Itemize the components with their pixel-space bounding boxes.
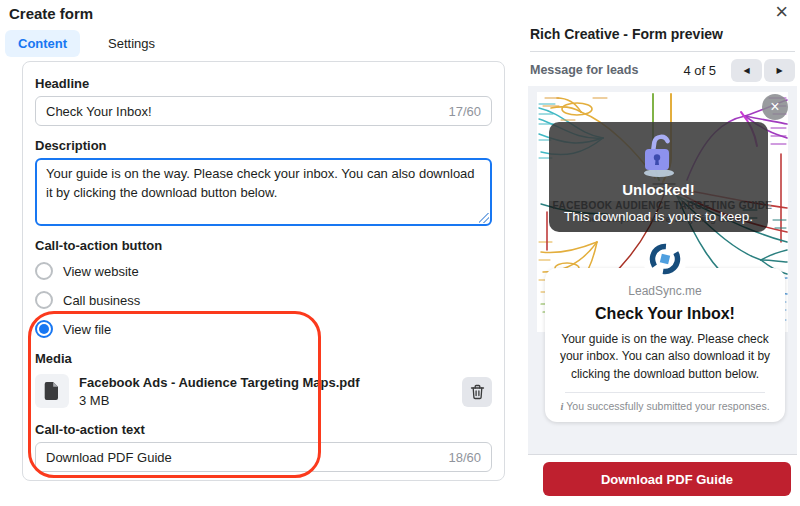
headline-label: Headline [35,76,492,91]
media-file-info: Facebook Ads - Audience Targeting Maps.p… [35,374,360,409]
trash-icon [470,384,485,400]
preview-pager: Message for leads 4 of 5 ◀ ▶ [530,58,795,82]
annotated-section: View file Media Facebook Ads - Audience … [35,319,492,472]
pager-label: Message for leads [530,63,683,77]
preview-footnote: iYou successfully submitted your respons… [545,400,785,412]
radio-view-file[interactable]: View file [35,319,492,339]
radio-call-business[interactable]: Call business [35,290,492,310]
file-name: Facebook Ads - Audience Targeting Maps.p… [79,374,360,392]
pager-position: 4 of 5 [683,63,716,78]
headline-input-wrap: 17/60 [35,96,492,126]
radio-label: View file [63,322,111,337]
description-input-wrap: Your guide is on the way. Please check y… [35,158,492,226]
radio-label: View website [63,264,139,279]
cta-text-counter: 18/60 [448,450,481,465]
tab-bar: Content Settings [5,30,168,57]
leadsync-logo [643,237,687,281]
cta-text-input-wrap: 18/60 [35,442,492,472]
unlocked-padlock-icon [639,131,679,177]
radio-view-website[interactable]: View website [35,261,492,281]
tab-content[interactable]: Content [5,30,80,57]
close-icon[interactable]: × [771,0,792,24]
radio-circle-icon[interactable] [35,291,53,309]
chevron-right-icon: ▶ [776,66,782,75]
unlocked-title: Unlocked! [622,181,695,198]
radio-label: Call business [63,293,140,308]
radio-circle-checked-icon[interactable] [35,320,53,338]
pager-next-button[interactable]: ▶ [764,59,795,82]
description-label: Description [35,138,492,153]
download-pdf-button[interactable]: Download PDF Guide [543,462,791,496]
preview-canvas: FACEBOOK AUDIENCE TARGETING GUIDE The Co… [528,86,797,455]
create-form-dialog: Create form × Content Settings Headline … [0,0,800,506]
unlocked-overlay: Unlocked! This download is yours to keep… [549,122,768,232]
delete-file-button[interactable] [462,377,492,407]
page-title: Create form [9,5,93,22]
radio-circle-icon[interactable] [35,262,53,280]
lead-preview-card: LeadSync.me Check Your Inbox! Your guide… [545,268,785,422]
cta-button-label: Call-to-action button [35,238,492,253]
unlocked-overlay-top: Unlocked! [549,122,768,201]
preview-headline: Check Your Inbox! [545,305,785,323]
document-icon [35,374,69,408]
form-content-card: Headline 17/60 Description Your guide is… [22,61,505,481]
media-label: Media [35,351,492,366]
chevron-left-icon: ◀ [743,66,749,75]
close-icon: × [770,98,779,116]
tab-settings[interactable]: Settings [95,30,168,57]
preview-image-close-button[interactable]: × [762,94,788,120]
footnote-text: You successfully submitted your response… [566,400,769,412]
headline-input[interactable] [46,104,440,119]
media-file-row: Facebook Ads - Audience Targeting Maps.p… [35,374,492,409]
file-size: 3 MB [79,392,360,410]
divider [565,392,765,393]
preview-body-text: Your guide is on the way. Please check y… [559,331,771,383]
headline-counter: 17/60 [448,104,481,119]
info-icon: i [560,401,563,412]
cta-text-label: Call-to-action text [35,422,492,437]
resize-handle-icon[interactable] [479,213,489,223]
preview-title: Rich Creative - Form preview [530,26,723,42]
unlocked-subtitle: This download is yours to keep. [549,201,768,232]
cta-text-input[interactable] [46,450,440,465]
description-input[interactable]: Your guide is on the way. Please check y… [46,165,481,219]
divider [530,51,795,52]
pager-prev-button[interactable]: ◀ [731,59,762,82]
